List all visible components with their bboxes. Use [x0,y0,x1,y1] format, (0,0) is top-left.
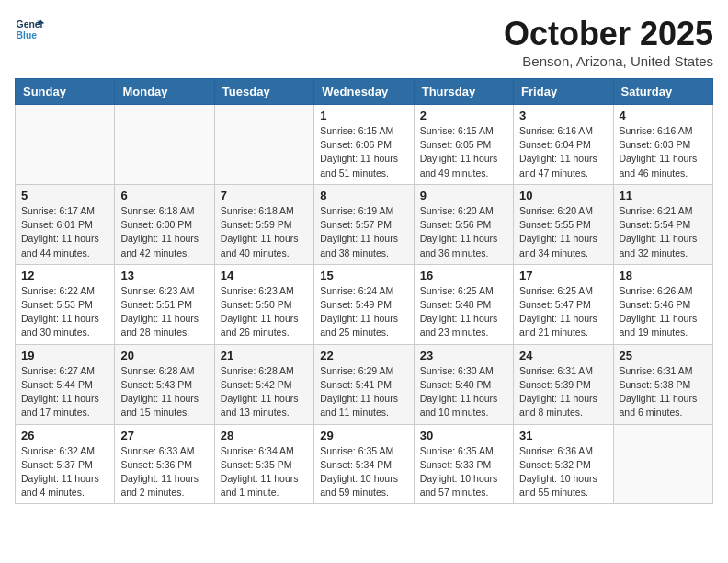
calendar-table: SundayMondayTuesdayWednesdayThursdayFrid… [15,78,713,504]
header-row: SundayMondayTuesdayWednesdayThursdayFrid… [16,79,713,105]
day-info: Sunrise: 6:16 AM Sunset: 6:03 PM Dayligh… [620,124,707,180]
calendar-cell: 9Sunrise: 6:20 AM Sunset: 5:56 PM Daylig… [414,184,513,264]
week-row-2: 12Sunrise: 6:22 AM Sunset: 5:53 PM Dayli… [16,264,713,344]
day-number: 24 [519,349,607,362]
calendar-cell: 26Sunrise: 6:32 AM Sunset: 5:37 PM Dayli… [16,424,115,504]
day-info: Sunrise: 6:15 AM Sunset: 6:05 PM Dayligh… [420,124,507,180]
day-info: Sunrise: 6:22 AM Sunset: 5:53 PM Dayligh… [21,284,108,340]
week-row-3: 19Sunrise: 6:27 AM Sunset: 5:44 PM Dayli… [16,344,713,424]
day-number: 9 [420,189,507,202]
calendar-cell: 28Sunrise: 6:34 AM Sunset: 5:35 PM Dayli… [214,424,313,504]
logo: General Blue [15,15,44,44]
location-title: Benson, Arizona, United States [504,53,713,69]
calendar-cell: 18Sunrise: 6:26 AM Sunset: 5:46 PM Dayli… [613,264,712,344]
day-info: Sunrise: 6:27 AM Sunset: 5:44 PM Dayligh… [21,364,108,420]
day-number: 1 [320,109,407,122]
day-number: 11 [620,189,707,202]
day-info: Sunrise: 6:23 AM Sunset: 5:51 PM Dayligh… [120,284,208,340]
day-number: 13 [120,269,208,282]
day-info: Sunrise: 6:18 AM Sunset: 6:00 PM Dayligh… [120,204,208,260]
day-number: 5 [21,189,108,202]
day-number: 20 [120,349,208,362]
calendar-cell: 1Sunrise: 6:15 AM Sunset: 6:06 PM Daylig… [314,105,414,185]
calendar-cell [16,105,115,185]
day-number: 2 [420,109,507,122]
day-info: Sunrise: 6:20 AM Sunset: 5:55 PM Dayligh… [519,204,607,260]
calendar-cell: 8Sunrise: 6:19 AM Sunset: 5:57 PM Daylig… [314,184,414,264]
title-area: October 2025 Benson, Arizona, United Sta… [504,15,713,69]
day-number: 28 [221,429,308,442]
header-day-saturday: Saturday [613,79,712,105]
calendar-cell: 15Sunrise: 6:24 AM Sunset: 5:49 PM Dayli… [314,264,414,344]
day-info: Sunrise: 6:18 AM Sunset: 5:59 PM Dayligh… [221,204,308,260]
day-number: 26 [21,429,108,442]
calendar-cell: 11Sunrise: 6:21 AM Sunset: 5:54 PM Dayli… [613,184,712,264]
day-info: Sunrise: 6:23 AM Sunset: 5:50 PM Dayligh… [221,284,308,340]
day-number: 15 [320,269,407,282]
calendar-cell [214,105,313,185]
week-row-0: 1Sunrise: 6:15 AM Sunset: 6:06 PM Daylig… [16,105,713,185]
header-day-friday: Friday [514,79,613,105]
day-info: Sunrise: 6:29 AM Sunset: 5:41 PM Dayligh… [320,364,407,420]
day-info: Sunrise: 6:28 AM Sunset: 5:42 PM Dayligh… [221,364,308,420]
day-info: Sunrise: 6:20 AM Sunset: 5:56 PM Dayligh… [420,204,507,260]
calendar-cell: 22Sunrise: 6:29 AM Sunset: 5:41 PM Dayli… [314,344,414,424]
day-info: Sunrise: 6:25 AM Sunset: 5:47 PM Dayligh… [519,284,607,340]
day-number: 22 [320,349,407,362]
day-number: 17 [519,269,607,282]
calendar-cell: 6Sunrise: 6:18 AM Sunset: 6:00 PM Daylig… [115,184,214,264]
day-info: Sunrise: 6:25 AM Sunset: 5:48 PM Dayligh… [420,284,507,340]
day-number: 3 [519,109,607,122]
calendar-cell: 12Sunrise: 6:22 AM Sunset: 5:53 PM Dayli… [16,264,115,344]
calendar-cell: 13Sunrise: 6:23 AM Sunset: 5:51 PM Dayli… [115,264,214,344]
calendar-cell: 3Sunrise: 6:16 AM Sunset: 6:04 PM Daylig… [514,105,613,185]
day-info: Sunrise: 6:26 AM Sunset: 5:46 PM Dayligh… [620,284,707,340]
week-row-1: 5Sunrise: 6:17 AM Sunset: 6:01 PM Daylig… [16,184,713,264]
day-number: 4 [620,109,707,122]
svg-text:Blue: Blue [17,30,38,40]
calendar-cell: 24Sunrise: 6:31 AM Sunset: 5:39 PM Dayli… [514,344,613,424]
day-info: Sunrise: 6:24 AM Sunset: 5:49 PM Dayligh… [320,284,407,340]
day-info: Sunrise: 6:35 AM Sunset: 5:33 PM Dayligh… [420,444,507,500]
calendar-cell [613,424,712,504]
header-day-thursday: Thursday [414,79,513,105]
calendar-cell: 7Sunrise: 6:18 AM Sunset: 5:59 PM Daylig… [214,184,313,264]
day-number: 19 [21,349,108,362]
day-number: 14 [221,269,308,282]
day-number: 31 [519,429,607,442]
month-title: October 2025 [504,15,713,53]
day-info: Sunrise: 6:35 AM Sunset: 5:34 PM Dayligh… [320,444,407,500]
day-info: Sunrise: 6:36 AM Sunset: 5:32 PM Dayligh… [519,444,607,500]
day-number: 6 [120,189,208,202]
day-number: 23 [420,349,507,362]
calendar-cell: 16Sunrise: 6:25 AM Sunset: 5:48 PM Dayli… [414,264,513,344]
day-number: 7 [221,189,308,202]
header: General Blue October 2025 Benson, Arizon… [15,15,713,69]
day-info: Sunrise: 6:28 AM Sunset: 5:43 PM Dayligh… [120,364,208,420]
calendar-cell: 25Sunrise: 6:31 AM Sunset: 5:38 PM Dayli… [613,344,712,424]
day-number: 8 [320,189,407,202]
day-info: Sunrise: 6:30 AM Sunset: 5:40 PM Dayligh… [420,364,507,420]
calendar-cell: 17Sunrise: 6:25 AM Sunset: 5:47 PM Dayli… [514,264,613,344]
day-number: 10 [519,189,607,202]
calendar-cell: 2Sunrise: 6:15 AM Sunset: 6:05 PM Daylig… [414,105,513,185]
header-day-sunday: Sunday [16,79,115,105]
day-number: 25 [620,349,707,362]
day-info: Sunrise: 6:17 AM Sunset: 6:01 PM Dayligh… [21,204,108,260]
calendar-cell: 5Sunrise: 6:17 AM Sunset: 6:01 PM Daylig… [16,184,115,264]
calendar-cell: 10Sunrise: 6:20 AM Sunset: 5:55 PM Dayli… [514,184,613,264]
calendar-cell: 19Sunrise: 6:27 AM Sunset: 5:44 PM Dayli… [16,344,115,424]
header-day-tuesday: Tuesday [214,79,313,105]
day-number: 12 [21,269,108,282]
calendar-cell: 31Sunrise: 6:36 AM Sunset: 5:32 PM Dayli… [514,424,613,504]
calendar-cell [115,105,214,185]
day-info: Sunrise: 6:16 AM Sunset: 6:04 PM Dayligh… [519,124,607,180]
calendar-cell: 29Sunrise: 6:35 AM Sunset: 5:34 PM Dayli… [314,424,414,504]
calendar-cell: 20Sunrise: 6:28 AM Sunset: 5:43 PM Dayli… [115,344,214,424]
day-info: Sunrise: 6:31 AM Sunset: 5:39 PM Dayligh… [519,364,607,420]
calendar-cell: 27Sunrise: 6:33 AM Sunset: 5:36 PM Dayli… [115,424,214,504]
day-info: Sunrise: 6:32 AM Sunset: 5:37 PM Dayligh… [21,444,108,500]
day-info: Sunrise: 6:15 AM Sunset: 6:06 PM Dayligh… [320,124,407,180]
calendar-cell: 23Sunrise: 6:30 AM Sunset: 5:40 PM Dayli… [414,344,513,424]
day-info: Sunrise: 6:21 AM Sunset: 5:54 PM Dayligh… [620,204,707,260]
